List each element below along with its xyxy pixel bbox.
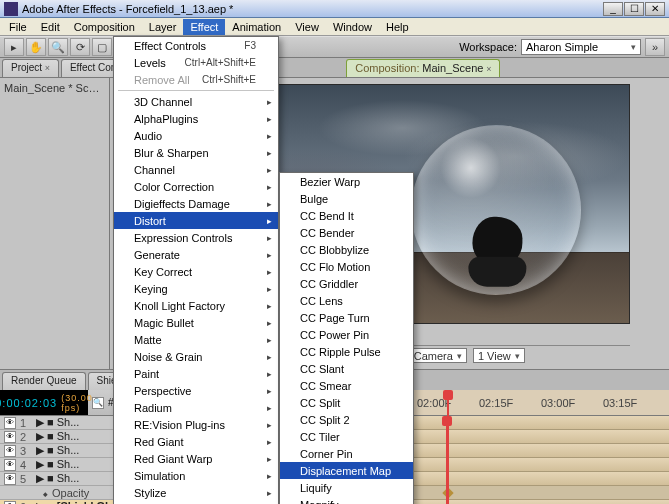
menuitem-levels[interactable]: LevelsCtrl+Alt+Shift+E bbox=[114, 54, 278, 71]
eye-icon[interactable]: 👁 bbox=[4, 431, 16, 443]
menuitem-cc-split[interactable]: CC Split bbox=[280, 394, 413, 411]
menuitem-audio[interactable]: Audio bbox=[114, 127, 278, 144]
comp-prefix: Composition: bbox=[355, 62, 419, 74]
menuitem-effect-controls[interactable]: Effect ControlsF3 bbox=[114, 37, 278, 54]
workspace-value: Aharon Simple bbox=[526, 41, 598, 53]
menuitem-cc-slant[interactable]: CC Slant bbox=[280, 360, 413, 377]
window-buttons: _ ☐ ✕ bbox=[603, 2, 665, 16]
menuitem-corner-pin[interactable]: Corner Pin bbox=[280, 445, 413, 462]
menuitem-cc-smear[interactable]: CC Smear bbox=[280, 377, 413, 394]
menuitem-magnify[interactable]: Magnify bbox=[280, 496, 413, 504]
menu-effect[interactable]: Effect bbox=[183, 19, 225, 35]
comp-name: Main_Scene bbox=[422, 62, 483, 74]
menuitem-cc-power-pin[interactable]: CC Power Pin bbox=[280, 326, 413, 343]
eye-icon[interactable]: 👁 bbox=[4, 445, 16, 457]
crouching-figure bbox=[462, 207, 532, 287]
menu-window[interactable]: Window bbox=[326, 19, 379, 35]
menuitem-cc-blobbylize[interactable]: CC Blobbylize bbox=[280, 241, 413, 258]
maximize-button[interactable]: ☐ bbox=[624, 2, 644, 16]
eye-icon[interactable]: 👁 bbox=[4, 501, 16, 505]
doc-name: Forcefield_1_13.aep * bbox=[126, 3, 234, 15]
eye-icon[interactable]: 👁 bbox=[4, 417, 16, 429]
menuitem-cc-ripple-pulse[interactable]: CC Ripple Pulse bbox=[280, 343, 413, 360]
menuitem-color-correction[interactable]: Color Correction bbox=[114, 178, 278, 195]
menuitem-displacement-map[interactable]: Displacement Map bbox=[280, 462, 413, 479]
project-flow-path: Main_Scene * Scene Elements bbox=[4, 82, 105, 94]
chevron-down-icon: ▾ bbox=[631, 42, 636, 52]
menuitem-radium[interactable]: Radium bbox=[114, 399, 278, 416]
menuitem-magic-bullet[interactable]: Magic Bullet bbox=[114, 314, 278, 331]
menuitem-bulge[interactable]: Bulge bbox=[280, 190, 413, 207]
menuitem-matte[interactable]: Matte bbox=[114, 331, 278, 348]
ruler-tick: 02:15F bbox=[479, 397, 513, 409]
menuitem-digieffects-damage[interactable]: Digieffects Damage bbox=[114, 195, 278, 212]
menuitem-cc-bender[interactable]: CC Bender bbox=[280, 224, 413, 241]
project-panel[interactable]: Main_Scene * Scene Elements bbox=[0, 78, 110, 369]
menuitem-re-vision-plug-ins[interactable]: RE:Vision Plug-ins bbox=[114, 416, 278, 433]
menuitem-expression-controls[interactable]: Expression Controls bbox=[114, 229, 278, 246]
menuitem-cc-lens[interactable]: CC Lens bbox=[280, 292, 413, 309]
tool-2[interactable]: 🔍 bbox=[48, 38, 68, 56]
minimize-button[interactable]: _ bbox=[603, 2, 623, 16]
menuitem-generate[interactable]: Generate bbox=[114, 246, 278, 263]
menuitem-key-correct[interactable]: Key Correct bbox=[114, 263, 278, 280]
menu-help[interactable]: Help bbox=[379, 19, 416, 35]
eye-icon[interactable]: 👁 bbox=[4, 473, 16, 485]
menuitem-red-giant[interactable]: Red Giant bbox=[114, 433, 278, 450]
menuitem-noise-grain[interactable]: Noise & Grain bbox=[114, 348, 278, 365]
menuitem-3d-channel[interactable]: 3D Channel bbox=[114, 93, 278, 110]
search-icon[interactable]: 🔍 bbox=[92, 397, 104, 409]
tool-1[interactable]: ✋ bbox=[26, 38, 46, 56]
menuitem-cc-flo-motion[interactable]: CC Flo Motion bbox=[280, 258, 413, 275]
close-button[interactable]: ✕ bbox=[645, 2, 665, 16]
menuitem-keying[interactable]: Keying bbox=[114, 280, 278, 297]
ruler-tick: 03:00F bbox=[541, 397, 575, 409]
workspace-switcher: Workspace: Aharon Simple ▾ » bbox=[459, 38, 665, 56]
menuitem-remove-all: Remove AllCtrl+Shift+E bbox=[114, 71, 278, 88]
menu-animation[interactable]: Animation bbox=[225, 19, 288, 35]
tab-project[interactable]: Project bbox=[2, 59, 59, 77]
eye-icon[interactable]: 👁 bbox=[4, 459, 16, 471]
menu-file[interactable]: File bbox=[2, 19, 34, 35]
window-title: Adobe After Effects - Forcefield_1_13.ae… bbox=[22, 3, 603, 15]
tab-composition[interactable]: Composition: Main_Scene bbox=[346, 59, 500, 77]
menuitem-perspective[interactable]: Perspective bbox=[114, 382, 278, 399]
menuitem-red-giant-warp[interactable]: Red Giant Warp bbox=[114, 450, 278, 467]
menuitem-cc-tiler[interactable]: CC Tiler bbox=[280, 428, 413, 445]
workspace-menu-button[interactable]: » bbox=[645, 38, 665, 56]
ruler-tick: 03:15F bbox=[603, 397, 637, 409]
menuitem-channel[interactable]: Channel bbox=[114, 161, 278, 178]
menuitem-cc-split-2[interactable]: CC Split 2 bbox=[280, 411, 413, 428]
tab-render-queue[interactable]: Render Queue bbox=[2, 372, 86, 390]
menu-composition[interactable]: Composition bbox=[67, 19, 142, 35]
menuitem-bezier-warp[interactable]: Bezier Warp bbox=[280, 173, 413, 190]
panel-tab-strip: Project Effect Cont... Composition: Main… bbox=[0, 58, 669, 78]
menuitem-cc-griddler[interactable]: CC Griddler bbox=[280, 275, 413, 292]
menuitem-stylize[interactable]: Stylize bbox=[114, 484, 278, 501]
tool-4[interactable]: ▢ bbox=[92, 38, 112, 56]
menu-view[interactable]: View bbox=[288, 19, 326, 35]
menuitem-cc-page-turn[interactable]: CC Page Turn bbox=[280, 309, 413, 326]
forcefield-sphere bbox=[411, 125, 581, 295]
menuitem-liquify[interactable]: Liquify bbox=[280, 479, 413, 496]
menuitem-distort[interactable]: Distort bbox=[114, 212, 278, 229]
menuitem-blur-sharpen[interactable]: Blur & Sharpen bbox=[114, 144, 278, 161]
menuitem-knoll-light-factory[interactable]: Knoll Light Factory bbox=[114, 297, 278, 314]
workspace-label: Workspace: bbox=[459, 41, 517, 53]
menubar: FileEditCompositionLayerEffectAnimationV… bbox=[0, 18, 669, 36]
timecode-display[interactable]: 0:00:02:03(30.00 fps) bbox=[0, 390, 88, 415]
menuitem-alphaplugins[interactable]: AlphaPlugins bbox=[114, 110, 278, 127]
menuitem-cc-bend-it[interactable]: CC Bend It bbox=[280, 207, 413, 224]
workspace-select[interactable]: Aharon Simple ▾ bbox=[521, 39, 641, 55]
menu-edit[interactable]: Edit bbox=[34, 19, 67, 35]
app-icon bbox=[4, 2, 18, 16]
cti-line[interactable] bbox=[446, 416, 448, 504]
viewer-views[interactable]: 1 View▾ bbox=[473, 348, 525, 363]
menuitem-simulation[interactable]: Simulation bbox=[114, 467, 278, 484]
menuitem-paint[interactable]: Paint bbox=[114, 365, 278, 382]
tool-0[interactable]: ▸ bbox=[4, 38, 24, 56]
menu-layer[interactable]: Layer bbox=[142, 19, 184, 35]
tool-3[interactable]: ⟳ bbox=[70, 38, 90, 56]
app-name: Adobe After Effects bbox=[22, 3, 116, 15]
titlebar: Adobe After Effects - Forcefield_1_13.ae… bbox=[0, 0, 669, 18]
